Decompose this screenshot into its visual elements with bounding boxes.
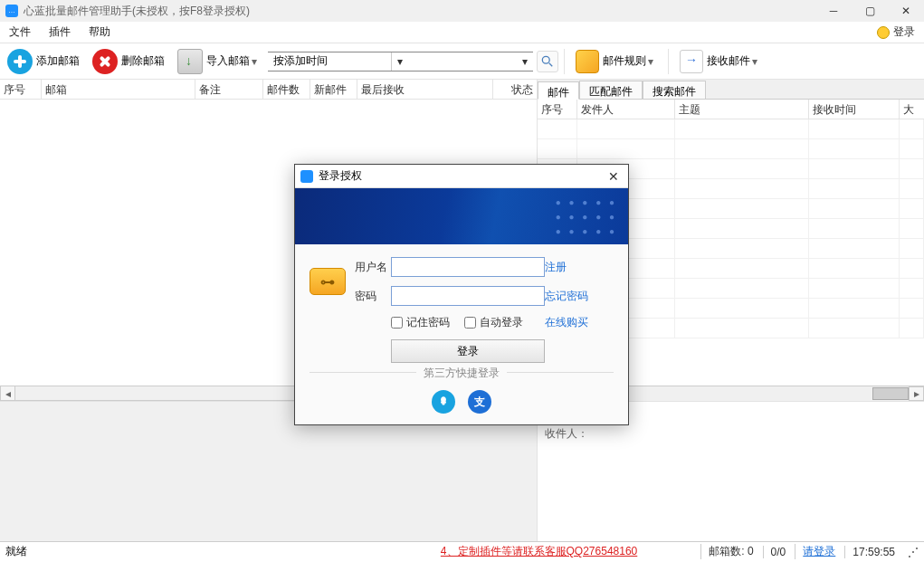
- alipay-icon: 支: [474, 395, 485, 410]
- plus-icon: [7, 49, 33, 74]
- sort-combo[interactable]: 按添加时间 ▾ ▾: [268, 52, 533, 71]
- col-remark[interactable]: 备注: [195, 80, 263, 99]
- remember-label: 记住密码: [406, 315, 450, 330]
- recipients-label: 收件人：: [545, 426, 917, 442]
- login-button[interactable]: 登录: [391, 339, 545, 363]
- key-icon: [310, 268, 346, 295]
- minimize-button[interactable]: ─: [815, 0, 852, 22]
- tab-match[interactable]: 匹配邮件: [579, 81, 643, 99]
- status-promo-link[interactable]: 4、定制插件等请联系客服QQ276548160: [441, 544, 637, 559]
- mail-rules-label: 邮件规则: [603, 53, 646, 69]
- menubar: 文件 插件 帮助 登录: [0, 22, 924, 43]
- titlebar: 心蓝批量邮件管理助手(未授权，按F8登录授权) ─ ▢ ✕: [0, 0, 924, 22]
- menu-help[interactable]: 帮助: [80, 22, 119, 43]
- rules-icon: [576, 50, 599, 73]
- col-seq[interactable]: 序号: [0, 80, 42, 99]
- status-login-link[interactable]: 请登录: [803, 545, 835, 557]
- menu-plugin[interactable]: 插件: [40, 22, 80, 43]
- delete-mailbox-label: 删除邮箱: [121, 53, 165, 69]
- register-link[interactable]: 注册: [545, 260, 603, 275]
- dropdown-icon: ▾: [646, 55, 655, 68]
- col-mailbox[interactable]: 邮箱: [42, 80, 195, 99]
- chevron-down-icon: ▾: [517, 55, 533, 68]
- separator: [564, 49, 565, 74]
- mcol-recvtime[interactable]: 接收时间: [809, 100, 900, 119]
- search-button[interactable]: [537, 51, 558, 72]
- status-clock: 17:59:55: [844, 546, 895, 558]
- qq-login-button[interactable]: [432, 390, 455, 414]
- receive-icon: [680, 50, 703, 73]
- delete-mailbox-button[interactable]: 删除邮箱: [87, 47, 170, 76]
- receive-mail-button[interactable]: 接收邮件 ▾: [674, 47, 765, 76]
- menu-login[interactable]: 登录: [877, 24, 924, 40]
- chevron-down-icon: ▾: [392, 55, 408, 68]
- username-input[interactable]: [391, 257, 545, 277]
- dialog-title: 登录授权: [319, 168, 362, 184]
- tab-mail[interactable]: 邮件: [538, 81, 579, 100]
- username-label: 用户名: [355, 260, 391, 275]
- add-mailbox-label: 添加邮箱: [36, 53, 80, 69]
- alipay-login-button[interactable]: 支: [468, 390, 491, 414]
- password-input[interactable]: [391, 286, 545, 306]
- password-label: 密码: [355, 289, 391, 304]
- remember-check[interactable]: [391, 317, 403, 329]
- scroll-right-icon[interactable]: ▸: [909, 386, 924, 401]
- maximize-button[interactable]: ▢: [852, 0, 888, 22]
- autologin-checkbox[interactable]: 自动登录: [464, 315, 523, 330]
- autologin-check[interactable]: [464, 317, 476, 329]
- login-dialog: 登录授权 ✕ 用户名 注册 密码 忘记密码 记住密码 自动登录 在线购买 登录 …: [294, 164, 629, 425]
- mcol-size[interactable]: 大: [900, 100, 924, 119]
- col-new[interactable]: 新邮件: [310, 80, 357, 99]
- search-icon: [541, 55, 554, 68]
- col-count[interactable]: 邮件数: [263, 80, 310, 99]
- status-ready: 就绪: [5, 544, 27, 559]
- col-last[interactable]: 最后接收: [357, 80, 493, 99]
- sort-combo-label: 按添加时间: [268, 52, 392, 71]
- remember-checkbox[interactable]: 记住密码: [391, 315, 450, 330]
- mcol-sender[interactable]: 发件人: [577, 100, 675, 119]
- dialog-icon: [300, 170, 313, 183]
- import-mailbox-label: 导入邮箱: [206, 53, 250, 69]
- menu-login-label: 登录: [893, 24, 915, 40]
- mailbox-grid-headers: 序号 邮箱 备注 邮件数 新邮件 最后接收 状态: [0, 80, 537, 100]
- delete-icon: [92, 49, 118, 74]
- import-icon: [177, 49, 203, 74]
- status-mailbox-count: 邮箱数: 0: [700, 544, 753, 559]
- scroll-thumb[interactable]: [872, 387, 909, 400]
- third-party-label: 第三方快捷登录: [416, 367, 507, 379]
- forgot-link[interactable]: 忘记密码: [545, 289, 603, 304]
- svg-point-0: [542, 56, 549, 63]
- toolbar-search-input[interactable]: [408, 52, 517, 71]
- import-mailbox-button[interactable]: 导入邮箱 ▾: [172, 47, 264, 76]
- receive-mail-label: 接收邮件: [707, 53, 750, 69]
- mail-rules-button[interactable]: 邮件规则 ▾: [570, 47, 661, 76]
- buy-link[interactable]: 在线购买: [545, 315, 603, 330]
- scroll-left-icon[interactable]: ◂: [0, 386, 15, 401]
- menu-file[interactable]: 文件: [0, 22, 40, 43]
- dialog-close-button[interactable]: ✕: [605, 169, 623, 184]
- mail-tabs: 邮件 匹配邮件 搜索邮件: [538, 80, 924, 100]
- col-status[interactable]: 状态: [493, 80, 537, 99]
- app-icon: [5, 5, 18, 17]
- resize-grip-icon[interactable]: ⋰: [904, 546, 919, 558]
- dialog-titlebar[interactable]: 登录授权 ✕: [295, 165, 628, 188]
- dropdown-icon: ▾: [750, 55, 759, 68]
- mcol-subject[interactable]: 主题: [675, 100, 809, 119]
- mail-grid-headers: 序号 发件人 主题 接收时间 大: [538, 100, 924, 119]
- dialog-banner: [295, 188, 628, 244]
- statusbar: 就绪 4、定制插件等请联系客服QQ276548160 邮箱数: 0 0/0 请登…: [0, 541, 924, 561]
- svg-line-1: [549, 62, 553, 66]
- avatar-icon: [877, 26, 890, 39]
- separator: [668, 49, 669, 74]
- third-party-section: 第三方快捷登录 支: [310, 372, 614, 424]
- dialog-form: 用户名 注册 密码 忘记密码 记住密码 自动登录 在线购买 登录: [295, 244, 628, 372]
- status-ratio: 0/0: [763, 546, 786, 558]
- qq-icon: [437, 395, 450, 408]
- dropdown-icon: ▾: [250, 55, 259, 68]
- close-window-button[interactable]: ✕: [888, 0, 924, 22]
- add-mailbox-button[interactable]: 添加邮箱: [2, 47, 85, 76]
- tab-search[interactable]: 搜索邮件: [643, 81, 706, 99]
- toolbar: 添加邮箱 删除邮箱 导入邮箱 ▾ 按添加时间 ▾ ▾ 邮件规则 ▾ 接收邮件 ▾: [0, 43, 924, 80]
- autologin-label: 自动登录: [480, 315, 523, 330]
- mcol-seq[interactable]: 序号: [538, 100, 577, 119]
